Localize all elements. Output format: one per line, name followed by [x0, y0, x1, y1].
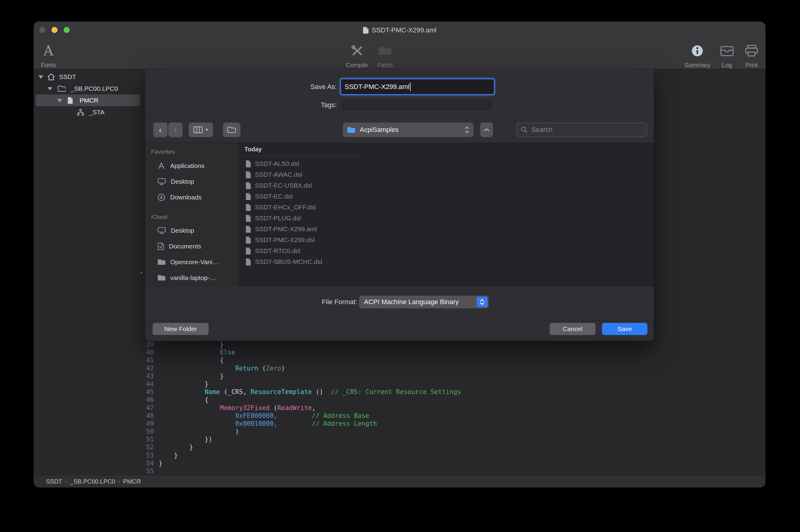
code-text: [156, 467, 159, 475]
code-text: {: [156, 356, 224, 364]
sidebar-item[interactable]: Applications: [145, 158, 239, 174]
line-number: 43: [145, 372, 156, 380]
code-line: 40 Else: [145, 348, 765, 356]
save-dialog-sheet: Save As: SSDT-PMC-X299.aml Tags: ‹ ›: [145, 69, 654, 341]
group-header: Today: [244, 146, 262, 153]
file-item[interactable]: SSDT-SBUS-MCHC.dsl: [239, 256, 363, 267]
tree-item-sb-pc00-lpc0[interactable]: _SB.PC00.LPC0: [34, 82, 144, 94]
file-item-label: SSDT-PLUG.dsl: [255, 214, 301, 222]
folder-icon: [58, 86, 66, 92]
file-item[interactable]: SSDT-EHCx_OFF.dsl: [239, 202, 363, 213]
file-icon: [245, 247, 251, 255]
app-window: SSDT-PMC-X299.aml A Fonts Compile Patch: [34, 21, 765, 488]
file-item[interactable]: SSDT-PLUG.dsl: [239, 213, 363, 224]
save-as-value: SSDT-PMC-X299.aml: [345, 83, 409, 91]
file-item-label: SSDT-EC-USBX.dsl: [255, 182, 312, 189]
code-area[interactable]: 39 }40 Else41 {42 Return (Zero)43 }44 }4…: [145, 340, 765, 475]
folder-icon: [227, 126, 236, 133]
back-button[interactable]: ‹: [153, 122, 167, 137]
code-line: 53 }: [145, 452, 765, 459]
file-browser: Favorites ApplicationsDesktopDownloads i…: [145, 142, 654, 286]
printer-icon: [745, 43, 758, 59]
sidebar-item-label: Desktop: [171, 178, 194, 185]
new-folder-button[interactable]: New Folder: [153, 323, 209, 335]
search-field[interactable]: [516, 122, 647, 137]
disclosure-triangle-icon[interactable]: [48, 87, 52, 91]
fonts-button[interactable]: A Fonts: [35, 43, 62, 69]
chevron-up-down-icon: [465, 126, 469, 134]
tree-item-sta[interactable]: _STA: [34, 106, 144, 118]
code-line: 39 }: [145, 340, 765, 348]
location-popup[interactable]: AcpiSamples: [343, 122, 473, 137]
icloud-header: iCloud: [151, 214, 167, 220]
tags-field[interactable]: [341, 99, 493, 111]
file-icon: [245, 214, 251, 222]
file-item[interactable]: SSDT-EC-USBX.dsl: [239, 180, 363, 191]
file-item-label: SSDT-PMC-X299.dsl: [255, 236, 315, 244]
chevron-up-icon: [484, 128, 490, 132]
code-text: 0xFE000000, // Address Base: [156, 412, 369, 420]
code-text: }: [156, 372, 224, 380]
forward-button[interactable]: ›: [168, 122, 183, 137]
file-item-label: SSDT-SBUS-MCHC.dsl: [255, 258, 322, 265]
sidebar-item[interactable]: Documents: [145, 239, 239, 254]
sidebar-item[interactable]: vanilla-laptop-…: [145, 270, 239, 286]
file-icon: [245, 236, 251, 244]
code-text: Memory32Fixed (ReadWrite,: [156, 404, 316, 412]
log-label: Log: [722, 62, 732, 69]
disclosure-triangle-icon[interactable]: [38, 75, 43, 79]
breadcrumb-item[interactable]: _SB.PC00.LPC0: [70, 478, 115, 485]
favorites-header: Favorites: [151, 149, 175, 155]
new-folder-toolbar-button[interactable]: [223, 122, 240, 137]
sidebar-item[interactable]: Downloads: [145, 189, 239, 205]
tags-label: Tags:: [321, 99, 337, 111]
splitter-handle[interactable]: [141, 271, 143, 273]
disclosure-triangle-icon[interactable]: [57, 99, 62, 102]
file-item[interactable]: SSDT-ALS0.dsl: [239, 158, 363, 169]
sidebar-item[interactable]: Desktop: [145, 223, 239, 239]
sidebar-item[interactable]: Opencore-Vani…: [145, 254, 239, 270]
file-icon: [245, 160, 251, 168]
file-format-popup[interactable]: ACPI Machine Language Binary: [359, 296, 489, 308]
location-value: AcpiSamples: [360, 126, 460, 134]
chevron-right-icon: ›: [174, 125, 177, 134]
applications-icon: [157, 162, 165, 169]
print-button[interactable]: Print: [733, 43, 765, 69]
cancel-button[interactable]: Cancel: [550, 323, 596, 335]
file-item[interactable]: SSDT-PMC-X299.dsl: [239, 234, 363, 245]
line-number: 49: [145, 420, 156, 428]
breadcrumb-item[interactable]: PMCR: [123, 478, 141, 485]
search-input[interactable]: [531, 126, 643, 134]
patch-label: Patch: [377, 62, 392, 69]
file-list: SSDT-ALS0.dslSSDT-AWAC.dslSSDT-EC-USBX.d…: [239, 158, 363, 267]
tree-item-ssdt[interactable]: SSDT: [34, 71, 144, 82]
documents-icon: [157, 242, 164, 250]
file-item[interactable]: SSDT-EC.dsl: [239, 191, 363, 202]
save-as-field[interactable]: SSDT-PMC-X299.aml: [341, 79, 494, 94]
sidebar-item[interactable]: Desktop: [145, 174, 239, 189]
file-item-label: SSDT-AWAC.dsl: [255, 171, 302, 178]
save-button[interactable]: Save: [602, 323, 647, 335]
tags-input[interactable]: [341, 99, 493, 111]
view-mode-button[interactable]: [189, 122, 213, 137]
line-number: 47: [145, 404, 156, 412]
tree-item-label: PMCR: [80, 97, 98, 104]
code-text: }: [156, 459, 163, 467]
line-number: 51: [145, 435, 156, 443]
text-caret: [410, 82, 411, 91]
patch-button[interactable]: Patch: [367, 43, 403, 69]
folder-blue-icon: [347, 127, 355, 133]
titlebar: SSDT-PMC-X299.aml: [34, 21, 765, 39]
code-line: 46 {: [145, 396, 765, 404]
code-text: ): [156, 428, 239, 435]
file-item[interactable]: SSDT-AWAC.dsl: [239, 169, 363, 180]
file-item[interactable]: SSDT-RTC0.dsl: [239, 245, 363, 256]
line-number: 42: [145, 364, 156, 372]
document-icon: [363, 26, 369, 34]
breadcrumb-item[interactable]: SSDT: [46, 478, 62, 485]
tree-item-pmcr-selected[interactable]: PMCR: [36, 94, 140, 106]
up-directory-button[interactable]: [480, 122, 493, 137]
line-number: 52: [145, 443, 156, 451]
folder-icon: [157, 259, 165, 265]
file-item[interactable]: SSDT-PMC-X299.aml: [239, 224, 363, 234]
